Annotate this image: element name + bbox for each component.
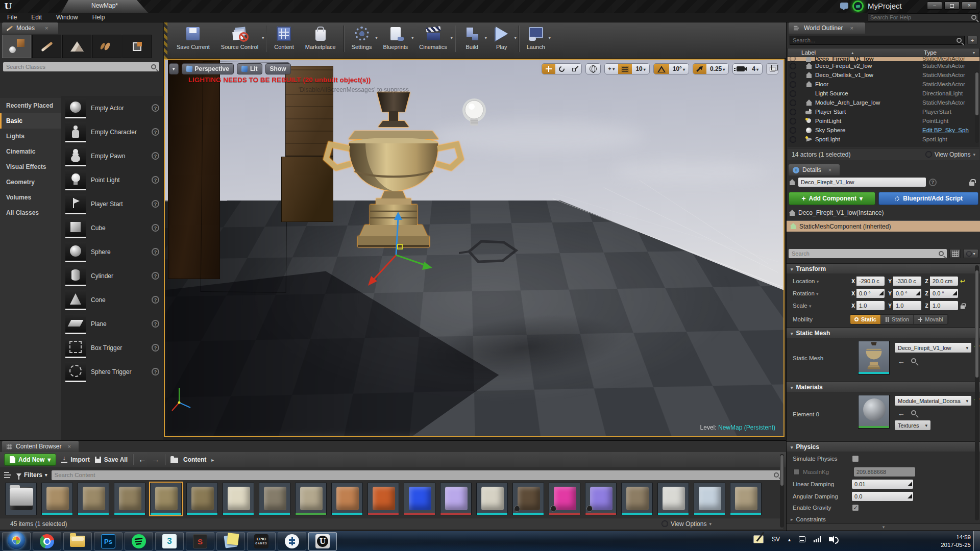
asset-tile[interactable]: [295, 483, 327, 515]
action-center-icon[interactable]: [799, 536, 805, 542]
taskbar-app[interactable]: S: [186, 532, 214, 550]
section-materials[interactable]: Materials: [787, 382, 980, 392]
mode-category[interactable]: All Classes: [0, 205, 61, 220]
show-button[interactable]: Show: [265, 63, 291, 74]
view-options-button[interactable]: View Options: [925, 151, 975, 158]
instance-row[interactable]: Deco_Firepit_V1_low(Instance): [789, 209, 884, 216]
content-search[interactable]: [52, 470, 782, 480]
material-dropdown[interactable]: Module_Material_Doorsa: [895, 396, 971, 406]
asset-tile[interactable]: [78, 483, 109, 515]
menu-item[interactable]: File: [0, 13, 24, 22]
breadcrumb-arrow-icon[interactable]: [211, 457, 214, 463]
enable-gravity-checkbox[interactable]: [852, 504, 859, 511]
tutorial-icon[interactable]: [852, 1, 864, 12]
outliner-row[interactable]: Player Start PlayerStart: [788, 107, 979, 116]
visibility-eye-icon[interactable]: [790, 136, 796, 143]
save-all-button[interactable]: Save All: [95, 456, 128, 463]
outliner-row[interactable]: Light Source DirectionalLight: [788, 89, 979, 98]
place-actor-item[interactable]: Sphere: [61, 240, 163, 264]
asset-tile[interactable]: [404, 483, 435, 515]
section-transform[interactable]: Transform: [787, 263, 980, 273]
create-folder-button[interactable]: +: [967, 36, 977, 45]
location-axis-field[interactable]: XX-290.0 c: [850, 277, 885, 286]
menu-item[interactable]: Window: [49, 13, 85, 22]
viewport[interactable]: LIGHTING NEEDS TO BE REBUILT (20 unbuilt…: [164, 59, 785, 437]
scale-snap-value[interactable]: 0.25: [706, 65, 728, 72]
static-mesh-dropdown[interactable]: Deco_Firepit_V1_low: [895, 343, 971, 353]
close-button[interactable]: ×: [962, 2, 977, 10]
chevron-down-icon[interactable]: [451, 36, 453, 40]
static-mesh-thumbnail[interactable]: [858, 341, 890, 374]
mobility-option[interactable]: Movabl: [914, 315, 947, 324]
taskbar-app[interactable]: [216, 532, 245, 550]
rotate-tool-button[interactable]: [555, 64, 568, 74]
location-label[interactable]: Location: [793, 278, 848, 284]
tab-modes[interactable]: Modes: [2, 22, 58, 34]
property-matrix-button[interactable]: [949, 249, 961, 258]
grid-snap-value[interactable]: 10: [632, 65, 649, 72]
close-icon[interactable]: [45, 25, 48, 31]
revert-icon[interactable]: [960, 278, 965, 285]
tray-expand-icon[interactable]: [788, 537, 791, 542]
taskbar-app[interactable]: [2, 532, 31, 550]
taskbar-app[interactable]: U: [308, 532, 337, 550]
section-static-mesh[interactable]: Static Mesh: [787, 328, 980, 338]
chevron-down-icon[interactable]: [262, 36, 264, 40]
asset-tile[interactable]: [114, 483, 145, 515]
place-actor-item[interactable]: Cube: [61, 216, 163, 240]
mode-category[interactable]: Geometry: [0, 174, 61, 190]
component-row-selected[interactable]: StaticMeshComponent (Inherited): [787, 220, 980, 232]
asset-tile[interactable]: [730, 483, 762, 515]
asset-tile[interactable]: [150, 483, 182, 515]
mode-category[interactable]: Visual Effects: [0, 159, 61, 174]
asset-tile[interactable]: [549, 483, 580, 515]
taskbar-app[interactable]: [33, 532, 61, 550]
mode-category[interactable]: Recently Placed: [0, 98, 61, 113]
outliner-search[interactable]: [790, 36, 965, 45]
location-axis-field[interactable]: ZZ20.0 cm: [923, 277, 958, 286]
maximize-viewport-button[interactable]: [766, 63, 778, 74]
details-search[interactable]: [789, 249, 947, 258]
coord-system-button[interactable]: [585, 63, 601, 74]
place-actor-item[interactable]: Box Trigger: [61, 336, 163, 360]
asset-tile[interactable]: [5, 483, 37, 515]
mode-category[interactable]: Basic: [0, 113, 61, 129]
taskbar-app[interactable]: Ps: [94, 532, 122, 550]
move-tool-button[interactable]: [542, 64, 555, 74]
lock-icon[interactable]: [961, 305, 965, 309]
rotation-axis-field[interactable]: Y0.0 °: [887, 289, 921, 298]
feedback-chat-icon[interactable]: [840, 3, 848, 9]
surface-snap-button[interactable]: ⌖: [605, 64, 619, 74]
lit-button[interactable]: Lit: [237, 63, 262, 74]
asset-tile[interactable]: [259, 483, 290, 515]
place-actor-item[interactable]: Empty Actor: [61, 96, 163, 120]
outliner-row[interactable]: Sky Sphere Edit BP_Sky_Sph: [788, 126, 979, 135]
back-button[interactable]: [138, 455, 146, 464]
add-new-button[interactable]: Add New: [4, 454, 56, 466]
asset-tile[interactable]: [186, 483, 218, 515]
textures-dropdown[interactable]: Textures: [895, 420, 930, 430]
toolbar-button[interactable]: Cinematics: [413, 22, 452, 52]
find-in-browser-icon[interactable]: [911, 358, 916, 363]
asset-tile[interactable]: [512, 483, 544, 515]
mode-category[interactable]: Lights: [0, 129, 61, 144]
taskbar-app[interactable]: [63, 532, 92, 550]
tablet-input-icon[interactable]: [753, 535, 764, 543]
mode-paint[interactable]: [32, 35, 61, 58]
rotation-snap-value[interactable]: 10°: [669, 65, 689, 72]
toolbar-button[interactable]: Blueprints: [377, 22, 413, 50]
search-classes[interactable]: [3, 62, 159, 71]
close-icon[interactable]: [67, 443, 70, 449]
visibility-eye-icon[interactable]: [790, 118, 796, 124]
asset-tile[interactable]: [621, 483, 653, 515]
filters-button[interactable]: Filters: [16, 471, 47, 479]
scale-axis-field[interactable]: Z1.0: [923, 301, 958, 310]
restore-button[interactable]: [944, 2, 960, 10]
toolbar-button[interactable]: Source Control: [215, 22, 264, 52]
tab-content-browser[interactable]: Content Browser: [2, 441, 79, 452]
visibility-eye-icon[interactable]: [790, 72, 796, 79]
display-filter-button[interactable]: [963, 249, 978, 258]
add-component-button[interactable]: +Add Component: [789, 192, 875, 205]
mode-place[interactable]: [2, 35, 31, 58]
scale-snap-toggle[interactable]: [693, 64, 706, 74]
